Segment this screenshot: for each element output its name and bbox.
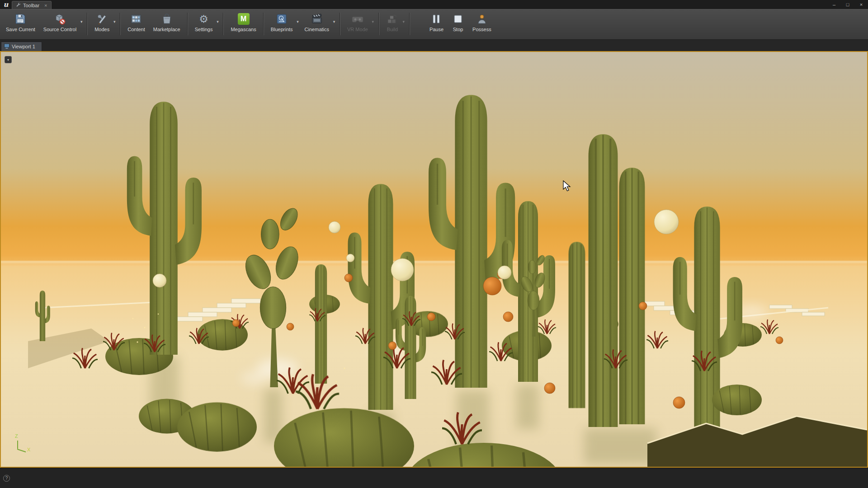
- marketplace-button[interactable]: Marketplace: [149, 13, 184, 32]
- settings-dropdown[interactable]: ▾: [215, 19, 220, 24]
- content-button[interactable]: Content: [123, 13, 149, 32]
- possess-label: Possess: [472, 27, 491, 32]
- axis-x-label: X: [27, 447, 30, 452]
- blueprints-dropdown[interactable]: ▾: [295, 19, 301, 24]
- megascans-letter: M: [241, 15, 246, 23]
- cinematics-dropdown[interactable]: ▾: [331, 19, 337, 24]
- restore-button[interactable]: □: [841, 0, 854, 9]
- save-current-label: Save Current: [6, 27, 35, 32]
- tab-close-icon[interactable]: ×: [44, 3, 47, 8]
- build-icon: [386, 13, 399, 25]
- toolbar-separator: [409, 13, 410, 35]
- stop-icon: [452, 13, 464, 25]
- build-label: Build: [387, 27, 398, 32]
- blueprints-icon: [275, 13, 288, 25]
- close-button[interactable]: ×: [854, 0, 868, 9]
- toolbar-separator: [187, 13, 188, 35]
- build-dropdown: ▾: [401, 19, 406, 24]
- megascans-icon: M: [238, 13, 250, 25]
- vr-headset-icon: [351, 13, 364, 25]
- modes-label: Modes: [94, 27, 109, 32]
- clapperboard-icon: [311, 13, 323, 25]
- main-toolbar: Save Current Source Control ▾ Modes ▾: [0, 9, 868, 40]
- marketplace-label: Marketplace: [153, 27, 180, 32]
- toolbar-separator: [223, 13, 224, 35]
- vr-mode-button: VR Mode: [343, 13, 372, 32]
- toolbar-separator: [87, 13, 88, 35]
- pause-icon: [430, 13, 443, 25]
- possess-icon: [476, 13, 488, 25]
- source-control-button[interactable]: Source Control: [39, 13, 80, 32]
- modes-button[interactable]: Modes: [90, 13, 113, 32]
- source-control-label: Source Control: [43, 27, 76, 32]
- axis-x-line: [17, 449, 26, 452]
- blueprints-button[interactable]: Blueprints: [267, 13, 297, 32]
- blueprints-label: Blueprints: [271, 27, 293, 32]
- source-control-icon: [54, 13, 66, 25]
- modes-icon: [96, 13, 108, 25]
- viewport-tabstrip: Viewport 1: [0, 40, 868, 51]
- toolbar-separator: [378, 13, 379, 35]
- possess-button[interactable]: Possess: [468, 13, 495, 32]
- tab-viewport-1[interactable]: Viewport 1: [1, 42, 42, 51]
- toolbar-separator: [340, 13, 340, 35]
- tab-toolbar[interactable]: Toolbar ×: [12, 1, 52, 9]
- cinematics-button[interactable]: Cinematics: [301, 13, 333, 32]
- tab-toolbar-label: Toolbar: [23, 3, 39, 8]
- status-bar: ?: [0, 468, 868, 488]
- toolbar-separator: [263, 13, 264, 35]
- pause-label: Pause: [429, 27, 443, 32]
- save-icon: [14, 13, 27, 25]
- modes-dropdown[interactable]: ▾: [112, 19, 117, 24]
- settings-label: Settings: [195, 27, 213, 32]
- unreal-editor-window: u Toolbar × – □ × Save Current: [0, 0, 868, 488]
- axis-gizmo: Z X: [11, 435, 42, 460]
- axis-z-label: Z: [15, 433, 18, 439]
- content-browser-icon: [130, 13, 142, 25]
- stop-label: Stop: [453, 27, 463, 32]
- content-label: Content: [127, 27, 145, 32]
- pause-button[interactable]: Pause: [425, 13, 448, 32]
- minimize-button[interactable]: –: [827, 0, 841, 9]
- build-button: Build: [382, 13, 403, 32]
- viewport-options-chevron-icon: ▾: [7, 58, 9, 62]
- viewport-tab-label: Viewport 1: [12, 44, 35, 49]
- help-button[interactable]: ?: [3, 475, 10, 482]
- unreal-logo-icon: u: [0, 0, 12, 9]
- source-control-dropdown[interactable]: ▾: [79, 19, 84, 24]
- gear-icon: ⚙: [199, 13, 208, 25]
- wrench-icon: [16, 2, 21, 8]
- desert-scene: [1, 52, 867, 467]
- toolbar-separator: [120, 13, 121, 35]
- settings-button[interactable]: ⚙ Settings: [191, 13, 217, 32]
- viewport-3d[interactable]: ▾ Z X: [0, 51, 868, 468]
- vr-mode-dropdown: ▾: [370, 19, 376, 24]
- axis-z-line: [17, 441, 18, 449]
- cinematics-label: Cinematics: [305, 27, 329, 32]
- megascans-button[interactable]: M Megascans: [226, 13, 260, 32]
- save-current-button[interactable]: Save Current: [2, 13, 39, 32]
- titlebar-spacer: [52, 0, 827, 9]
- megascans-label: Megascans: [231, 27, 256, 32]
- stop-button[interactable]: Stop: [448, 13, 468, 32]
- vr-mode-label: VR Mode: [347, 27, 368, 32]
- viewport-icon: [4, 43, 9, 50]
- viewport-options-button[interactable]: ▾: [5, 56, 12, 63]
- mouse-cursor: [563, 180, 573, 192]
- titlebar: u Toolbar × – □ ×: [0, 0, 868, 9]
- marketplace-icon: [160, 13, 173, 25]
